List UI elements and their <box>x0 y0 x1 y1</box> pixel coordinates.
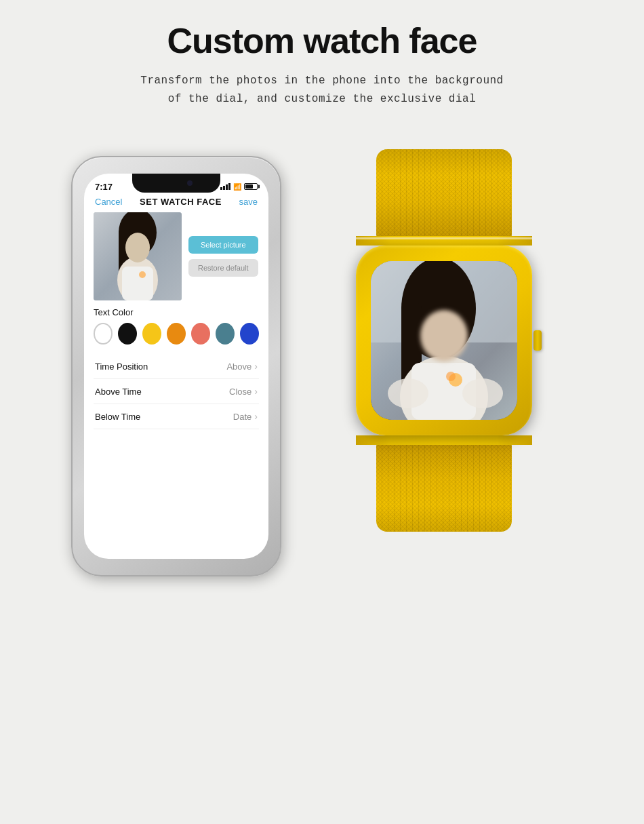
svg-point-18 <box>462 378 503 408</box>
page-container: Custom watch face Transform the photos i… <box>0 0 644 824</box>
battery-icon <box>244 183 258 190</box>
above-time-value: Close › <box>229 386 258 397</box>
chevron-right-icon-2: › <box>254 386 258 397</box>
svg-point-17 <box>388 378 428 408</box>
page-subtitle: Transform the photos in the phone into t… <box>140 72 503 109</box>
watch-mockup <box>315 136 573 597</box>
app-content: Select picture Restore default Text Colo… <box>84 212 268 429</box>
color-swatches <box>94 323 259 345</box>
connector-top <box>356 236 532 246</box>
time-position-value: Above › <box>226 361 258 372</box>
above-time-row[interactable]: Above Time Close › <box>94 379 259 404</box>
photo-area: Select picture Restore default <box>94 212 259 300</box>
chevron-right-icon-3: › <box>254 411 258 422</box>
watch-face-svg <box>371 261 517 420</box>
below-time-label: Below Time <box>95 412 140 422</box>
photo-buttons: Select picture Restore default <box>188 212 258 300</box>
photo-thumbnail <box>94 212 182 300</box>
svg-rect-6 <box>122 267 153 300</box>
band-top <box>376 149 512 237</box>
svg-point-16 <box>420 310 468 361</box>
below-time-value: Date › <box>233 411 258 422</box>
above-time-label: Above Time <box>95 387 142 397</box>
color-swatch-teal[interactable] <box>216 323 235 345</box>
time-position-row[interactable]: Time Position Above › <box>94 354 259 379</box>
phone-mockup: 7:17 📶 <box>71 156 281 576</box>
color-swatch-black[interactable] <box>118 323 137 345</box>
wifi-icon: 📶 <box>233 183 241 191</box>
phone-notch <box>132 174 220 193</box>
band-bottom <box>376 444 512 532</box>
chevron-right-icon: › <box>254 361 258 372</box>
phone-body: 7:17 📶 <box>71 156 281 576</box>
camera-icon <box>187 180 193 186</box>
save-button[interactable]: save <box>239 197 258 207</box>
svg-point-15 <box>446 372 456 381</box>
phone-screen: 7:17 📶 <box>84 174 268 559</box>
color-swatch-orange[interactable] <box>167 323 186 345</box>
select-picture-button[interactable]: Select picture <box>188 236 258 254</box>
color-swatch-yellow[interactable] <box>142 323 161 345</box>
app-header: Cancel SET WATCH FACE save <box>84 194 268 212</box>
color-swatch-salmon[interactable] <box>191 323 210 345</box>
watch-case <box>356 246 532 435</box>
watch-screen <box>371 261 517 420</box>
svg-point-5 <box>125 233 150 262</box>
text-color-label: Text Color <box>94 307 259 317</box>
watch-body <box>336 149 552 583</box>
restore-default-button[interactable]: Restore default <box>188 259 258 277</box>
photo-svg <box>94 212 182 300</box>
app-title: SET WATCH FACE <box>140 197 222 207</box>
content-row: 7:17 📶 <box>27 136 617 597</box>
status-time: 7:17 <box>95 182 113 192</box>
color-swatch-white[interactable] <box>94 323 113 345</box>
status-icons: 📶 <box>220 183 258 191</box>
color-swatch-blue[interactable] <box>240 323 259 345</box>
signal-icon <box>220 183 230 190</box>
watch-face-display <box>371 261 517 420</box>
page-title: Custom watch face <box>167 20 477 61</box>
connector-bottom <box>356 435 532 445</box>
below-time-row[interactable]: Below Time Date › <box>94 404 259 429</box>
time-position-label: Time Position <box>95 361 148 372</box>
cancel-button[interactable]: Cancel <box>95 197 122 207</box>
svg-point-7 <box>139 271 146 278</box>
watch-crown <box>534 330 542 351</box>
